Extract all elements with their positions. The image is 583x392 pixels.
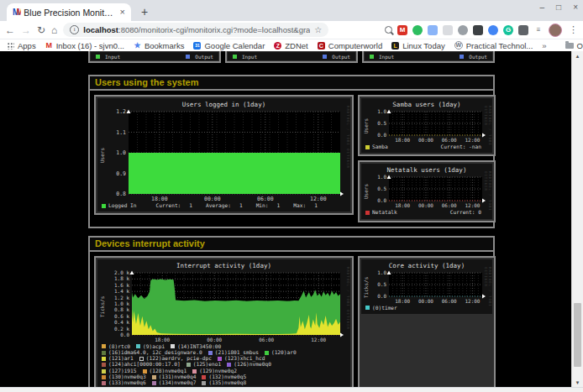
legend-swatch [370,55,374,59]
legend-swatch [365,145,370,149]
extensions-row: MG≡ ⋮ [341,24,578,37]
y-axis-label: Users [363,108,370,144]
interrupt-activity-graph: Interrupt activity (1day)Ticks/s18:0000:… [97,259,350,392]
zdnet-icon: Z [274,42,281,50]
legend-label: Input [242,54,257,60]
extension-puzzle-icon[interactable] [518,25,528,35]
search-extension-icon[interactable] [385,26,392,34]
rrdtool-watermark: RRDTOOL / TOBI OETIKER [346,267,350,330]
legend-label: (126)nvme0q0 [234,362,271,368]
browser-tab[interactable]: MM Blue Precision Monitorix × [7,3,131,21]
scrollbar-thumb[interactable] [574,303,581,367]
vertical-scrollbar[interactable]: ▲ ▼ [571,51,583,388]
legend-row: Input [96,54,120,60]
bookmark-items: MInbox (16) - sjvn0...★Bookmarks31Google… [45,41,533,50]
apps-shortcut[interactable]: Apps [7,41,36,50]
maximize-button[interactable]: □ [556,3,561,12]
horizontal-scrollbar[interactable] [0,387,583,392]
svg-text:0.0: 0.0 [120,332,129,337]
tab-close-icon[interactable]: × [120,8,125,17]
graph-cell-netatalk: Netatalk users (1day)Users18:0000:0006:0… [358,160,496,222]
close-button[interactable]: × [573,3,578,12]
home-button[interactable]: ⌂ [51,25,57,35]
netatalk-users-graph: Netatalk users (1day)Users18:0000:0006:0… [361,164,492,218]
url-path: :8080/monitorix-cgi/monitorix.cgi?mode=l… [118,25,310,34]
browser-menu-icon[interactable]: ⋮ [569,24,578,35]
privacy-extension-icon[interactable] [458,25,468,35]
svg-text:1.4 k: 1.4 k [114,288,129,294]
legend-swatch [102,344,106,348]
bookmark-label: Practical Technol... [466,41,533,50]
web-clipper-icon[interactable] [412,25,423,35]
bookmark-item[interactable]: 31Google Calendar [193,41,265,50]
monitorix-page: InputOutputInputOutputInputOutput Users … [88,51,495,392]
legend-row: Output [186,54,213,60]
svg-text:06:00: 06:00 [257,196,274,202]
core-activity-graph: Core activity (1day)Ticks/s18:0000:0006:… [361,259,492,314]
bookmark-item[interactable]: ZZDNet [274,41,307,50]
bookmark-item[interactable]: MInbox (16) - sjvn0... [45,41,124,50]
svg-text:12:00: 12:00 [465,137,480,143]
bookmark-label: Inbox (16) - sjvn0... [56,41,124,50]
legend-swatch [192,369,197,374]
reload-button[interactable]: ↻ [37,25,45,35]
notes-extension-icon[interactable] [443,25,453,35]
minimize-button[interactable]: – [540,3,545,12]
bookmarks-bar: Apps MInbox (16) - sjvn0...★Bookmarks31G… [0,39,583,51]
bookmark-item[interactable]: LLinux Today [391,41,445,50]
bookmark-item[interactable]: WPractical Technol... [454,41,533,50]
mail-checker-icon[interactable]: M [397,25,407,35]
back-button[interactable]: ← [5,25,15,35]
graph-title: Netatalk users (1day) [363,166,491,174]
svg-text:0.0: 0.0 [377,197,386,203]
legend-row: Output [460,54,487,60]
profile-avatar[interactable] [549,24,562,37]
forward-button[interactable]: → [21,25,31,35]
legend-swatch [102,204,106,208]
graph-title: Core activity (1day) [363,262,491,269]
grammarly-icon[interactable]: G [503,25,513,35]
svg-text:12:00: 12:00 [465,202,480,208]
legend-label: (120)ar0 [271,350,297,356]
new-tab-button[interactable]: + [138,3,151,21]
stat-value: 1 [239,203,243,209]
other-bookmarks-button[interactable]: Other bookmarks [565,41,583,50]
bookmarks-overflow-chevron[interactable]: » [542,41,546,50]
address-bar[interactable]: i localhost:8080/monitorix-cgi/monitorix… [63,23,328,37]
graph-body: Users18:0000:0006:0012:001.21.11.00.90.8 [99,108,349,202]
copy-pages-icon[interactable] [428,25,438,35]
legend-label: Netatalk [372,210,397,216]
section-body: Interrupt activity (1day)Ticks/s18:0000:… [90,252,493,392]
section-body: Users logged in (1day)Users18:0000:0006:… [90,91,493,227]
svg-text:1.8 k: 1.8 k [114,275,129,281]
legend-swatch [143,369,147,374]
site-info-icon[interactable]: i [70,25,79,34]
legend-label: Output [195,54,213,60]
svg-text:0.8 k: 0.8 k [114,306,129,312]
bookmark-item[interactable]: ★Bookmarks [134,41,185,50]
dark-app-icon[interactable] [473,25,483,35]
svg-text:18:00: 18:00 [155,337,170,342]
tab-queue-icon[interactable]: ≡ [533,25,544,35]
star-icon: ★ [134,42,141,50]
cutoff-graphs-row: InputOutputInputOutputInputOutput [88,51,495,63]
pocket-icon[interactable] [488,25,498,35]
bookmark-item[interactable]: CComputerworld [318,41,382,50]
bookmark-star-icon[interactable]: ☆ [314,25,322,34]
legend-swatch [186,55,190,59]
cw-icon: C [318,42,325,50]
graph-cell-samba: Samba users (1day)Users18:0000:0006:0012… [358,95,496,156]
cal-icon: 31 [193,42,201,50]
scroll-up-icon[interactable]: ▲ [572,51,583,61]
svg-text:00:00: 00:00 [418,202,433,208]
legend-row: Input [370,54,394,60]
graph-cell-interrupt-activity: Interrupt activity (1day)Ticks/s18:0000:… [94,256,354,392]
graph-body: Users18:0000:0006:0012:001.00.50.0 [363,174,491,209]
section-interrupts: Devices interrupt activity Interrupt act… [88,236,495,392]
svg-text:0.5: 0.5 [377,120,386,126]
graph-legend: (8)rtc0(9)acpi(14)INT3450:00(16)idma64.0… [99,343,349,392]
svg-text:00:00: 00:00 [418,298,433,304]
legend-label: (0)timer [372,306,397,311]
stat-label: Max: [293,203,306,209]
section-users: Users using the system Users logged in (… [88,75,495,228]
